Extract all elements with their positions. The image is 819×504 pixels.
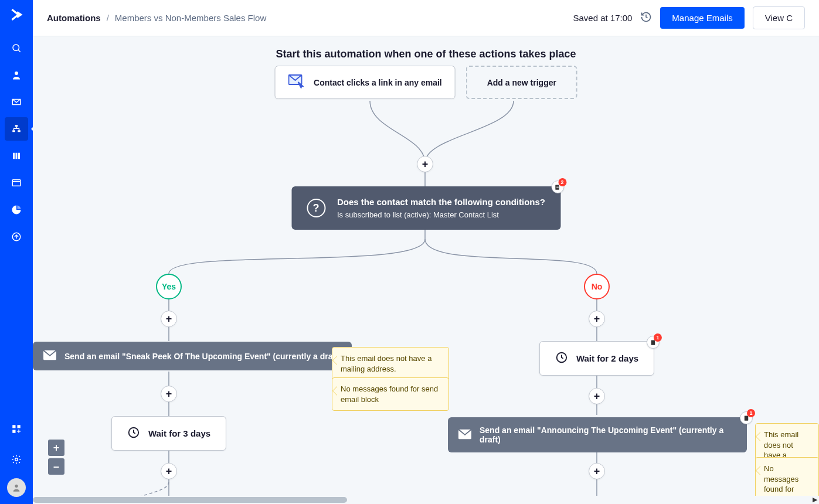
nav-deals[interactable] xyxy=(5,144,28,168)
wait-label: Wait for 2 days xyxy=(576,353,638,363)
nav-contacts[interactable] xyxy=(5,63,28,87)
condition-title: Does the contact match the following con… xyxy=(337,197,545,207)
automation-canvas[interactable]: Start this automation when one of these … xyxy=(33,36,819,504)
history-icon[interactable] xyxy=(640,11,652,25)
add-step-button[interactable]: + xyxy=(589,463,605,479)
add-step-button[interactable]: + xyxy=(417,156,433,172)
warning-note-1b: No messages found for send email block xyxy=(332,377,449,411)
logo-icon xyxy=(9,7,24,25)
scrollbar-horizontal[interactable]: ▶ xyxy=(33,496,819,504)
svg-rect-3 xyxy=(12,130,15,132)
email-icon xyxy=(43,350,56,362)
zoom-out-button[interactable]: – xyxy=(48,458,64,475)
clock-icon xyxy=(127,426,140,441)
svg-rect-11 xyxy=(18,425,21,428)
nav-apps[interactable] xyxy=(5,417,28,441)
add-step-button[interactable]: + xyxy=(161,463,177,479)
email-label: Send an email "Sneak Peek Of The Upcomin… xyxy=(64,352,341,361)
trigger-card-link-click[interactable]: Contact clicks a link in any email xyxy=(274,66,456,99)
nav-upload[interactable] xyxy=(5,225,28,248)
saved-label: Saved at 17:00 xyxy=(573,13,632,23)
note-badge[interactable]: 1 xyxy=(647,336,660,349)
email-icon xyxy=(458,429,471,441)
zoom-in-button[interactable]: + xyxy=(48,440,64,456)
view-button[interactable]: View C xyxy=(753,6,805,29)
nav-search[interactable] xyxy=(5,36,28,60)
svg-rect-6 xyxy=(16,153,18,159)
manage-emails-button[interactable]: Manage Emails xyxy=(660,7,744,29)
svg-point-1 xyxy=(15,71,18,75)
add-trigger-button[interactable]: Add a new trigger xyxy=(466,66,577,99)
email-click-icon xyxy=(288,74,305,90)
question-icon: ? xyxy=(307,199,325,217)
note-count: 2 xyxy=(558,178,566,186)
breadcrumb: Automations / Members vs Non-Members Sal… xyxy=(47,13,266,23)
svg-rect-24 xyxy=(744,416,747,420)
email-card-1[interactable]: Send an email "Sneak Peek Of The Upcomin… xyxy=(33,342,352,370)
breadcrumb-root[interactable]: Automations xyxy=(47,13,101,23)
svg-rect-5 xyxy=(13,153,15,159)
svg-rect-2 xyxy=(15,125,18,127)
svg-point-14 xyxy=(15,485,18,488)
svg-rect-22 xyxy=(651,340,654,345)
note-count: 1 xyxy=(654,333,662,342)
nav-settings[interactable] xyxy=(5,448,28,471)
wait-card-2days[interactable]: Wait for 2 days 1 xyxy=(539,341,654,376)
nav-campaigns[interactable] xyxy=(5,90,28,114)
svg-rect-7 xyxy=(18,153,20,159)
topbar: Automations / Members vs Non-Members Sal… xyxy=(33,0,819,36)
start-title: Start this automation when one of these … xyxy=(276,48,576,60)
svg-rect-4 xyxy=(18,130,21,132)
nav-reports[interactable] xyxy=(5,198,28,222)
svg-point-13 xyxy=(15,458,18,461)
breadcrumb-sep: / xyxy=(107,13,109,23)
svg-rect-8 xyxy=(12,180,21,186)
svg-rect-12 xyxy=(12,430,15,433)
sidebar xyxy=(0,0,33,504)
note-badge[interactable]: 2 xyxy=(551,181,564,193)
no-node[interactable]: No xyxy=(584,274,610,299)
trigger-label: Contact clicks a link in any email xyxy=(314,78,442,87)
user-avatar[interactable] xyxy=(7,478,26,497)
add-step-button[interactable]: + xyxy=(589,311,605,327)
svg-point-0 xyxy=(13,45,19,51)
zoom-controls: + – xyxy=(48,440,64,475)
wait-label: Wait for 3 days xyxy=(148,428,210,438)
condition-card[interactable]: ? Does the contact match the following c… xyxy=(291,186,560,230)
note-count: 1 xyxy=(747,409,755,417)
note-badge[interactable]: 1 xyxy=(740,411,753,424)
wait-card-3days[interactable]: Wait for 3 days xyxy=(111,416,226,451)
email-card-2[interactable]: Send an email "Announcing The Upcoming E… xyxy=(448,417,747,452)
nav-automations[interactable] xyxy=(5,117,28,141)
svg-rect-18 xyxy=(556,187,559,188)
breadcrumb-leaf: Members vs Non-Members Sales Flow xyxy=(115,13,266,23)
nav-site[interactable] xyxy=(5,171,28,195)
warning-note-1a: This email does not have a mailing addre… xyxy=(332,347,449,380)
condition-sub: Is subscribed to list (active): Master C… xyxy=(337,210,545,219)
add-trigger-label: Add a new trigger xyxy=(487,78,556,87)
clock-icon xyxy=(555,351,568,366)
yes-node[interactable]: Yes xyxy=(156,274,182,299)
add-step-button[interactable]: + xyxy=(589,388,605,404)
add-step-button[interactable]: + xyxy=(161,311,177,327)
add-step-button[interactable]: + xyxy=(161,386,177,402)
scrollbar-thumb[interactable] xyxy=(33,497,347,503)
scrollbar-arrow-right[interactable]: ▶ xyxy=(813,496,817,503)
email-label: Send an email "Announcing The Upcoming E… xyxy=(480,425,736,444)
svg-rect-17 xyxy=(556,186,559,186)
svg-rect-10 xyxy=(12,425,15,428)
